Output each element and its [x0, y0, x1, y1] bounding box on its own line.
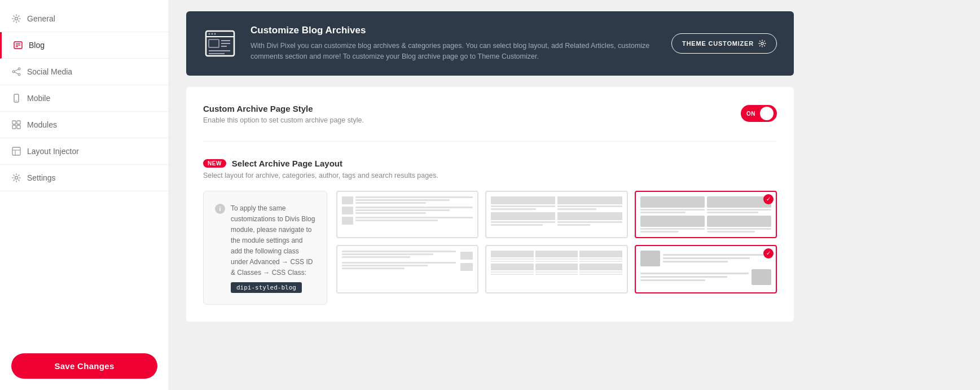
sidebar-item-layout-injector[interactable]: Layout Injector — [0, 138, 169, 165]
layout3-preview — [640, 196, 771, 233]
sidebar-item-blog[interactable]: Blog — [0, 32, 169, 59]
layout6-preview — [640, 251, 771, 288]
svg-rect-16 — [12, 147, 20, 155]
custom-archive-section: Custom Archive Page Style Enable this op… — [203, 104, 777, 142]
gear-icon-small — [758, 40, 766, 47]
info-box: i To apply the same customizations to Di… — [203, 191, 327, 305]
layout-option-6[interactable]: ✓ — [635, 245, 777, 293]
sidebar-item-social-media[interactable]: Social Media — [0, 59, 169, 85]
layout1-preview — [342, 196, 473, 227]
theme-customizer-button[interactable]: THEME CUSTOMIZER — [671, 33, 777, 54]
svg-point-7 — [18, 73, 20, 76]
sidebar-item-modules[interactable]: Modules — [0, 112, 169, 138]
sidebar: General Blog Social Media — [0, 0, 169, 390]
layout-section-header: NEW Select Archive Page Layout — [203, 159, 777, 168]
svg-point-6 — [12, 71, 15, 73]
svg-rect-13 — [17, 121, 20, 124]
layout-option-1[interactable]: ✓ — [336, 191, 478, 238]
sidebar-item-general-label: General — [27, 14, 55, 23]
layout-option-3[interactable]: ✓ — [635, 191, 777, 238]
sidebar-item-layout-injector-label: Layout Injector — [27, 147, 79, 156]
sidebar-item-settings-label: Settings — [27, 173, 56, 182]
layout-selector-section: NEW Select Archive Page Layout Select la… — [203, 159, 777, 305]
sidebar-item-settings[interactable]: Settings — [0, 165, 169, 191]
custom-archive-description: Enable this option to set custom archive… — [203, 116, 364, 124]
info-icon: i — [215, 204, 225, 214]
sidebar-item-social-media-label: Social Media — [27, 67, 72, 76]
sidebar-item-general[interactable]: General — [0, 6, 169, 32]
save-button-wrapper: Save Changes — [0, 342, 169, 390]
settings-icon — [11, 173, 21, 183]
layout-option-4[interactable]: ✓ — [336, 245, 478, 293]
save-changes-button[interactable]: Save Changes — [11, 353, 157, 379]
layout5-preview — [491, 251, 622, 275]
svg-point-29 — [212, 33, 213, 34]
custom-archive-toggle[interactable]: ON — [741, 105, 777, 122]
layout-icon — [11, 146, 21, 156]
check-mark-6: ✓ — [763, 248, 774, 258]
svg-point-28 — [209, 33, 210, 34]
layout-section-title: Select Archive Page Layout — [232, 159, 342, 168]
gear-icon — [11, 14, 21, 24]
custom-archive-labels: Custom Archive Page Style Enable this op… — [203, 104, 364, 124]
info-text: To apply the same customizations to Divi… — [231, 204, 315, 277]
layout-thumbnails: ✓ ✓ — [336, 191, 777, 293]
svg-line-9 — [15, 72, 18, 74]
layouts-grid: i To apply the same customizations to Di… — [203, 191, 777, 305]
layout4-preview — [342, 251, 473, 273]
toggle-slider: ON — [741, 105, 777, 122]
banner-description: With Divi Pixel you can customize blog a… — [251, 41, 658, 62]
modules-icon — [11, 120, 21, 130]
theme-customizer-label: THEME CUSTOMIZER — [682, 40, 754, 47]
banner-icon — [203, 27, 237, 60]
info-box-content: i To apply the same customizations to Di… — [215, 203, 315, 293]
layout-section-description: Select layout for archive, categories, a… — [203, 172, 777, 179]
layout-option-2[interactable]: ✓ — [485, 191, 627, 238]
svg-rect-14 — [12, 125, 16, 129]
share-icon — [11, 67, 21, 77]
mobile-icon — [11, 93, 21, 103]
svg-rect-15 — [17, 125, 20, 129]
sidebar-item-mobile-label: Mobile — [27, 94, 50, 103]
sidebar-item-blog-label: Blog — [29, 41, 45, 50]
check-mark-3: ✓ — [763, 194, 774, 204]
blog-icon — [13, 40, 23, 50]
sidebar-item-modules-label: Modules — [27, 120, 57, 129]
svg-rect-12 — [12, 121, 16, 124]
banner-title: Customize Blog Archives — [251, 25, 658, 36]
customize-blog-banner: Customize Blog Archives With Divi Pixel … — [186, 11, 794, 76]
toggle-on-label: ON — [746, 110, 755, 116]
new-badge: NEW — [203, 159, 226, 168]
svg-point-0 — [15, 17, 18, 20]
svg-line-8 — [15, 69, 18, 71]
settings-card: Custom Archive Page Style Enable this op… — [186, 87, 794, 322]
banner-text: Customize Blog Archives With Divi Pixel … — [251, 25, 658, 62]
layout2-preview — [491, 196, 622, 226]
svg-point-31 — [761, 42, 763, 45]
svg-point-5 — [18, 68, 20, 70]
custom-archive-title: Custom Archive Page Style — [203, 104, 364, 113]
css-class-badge: dipi-styled-blog — [231, 282, 302, 293]
svg-point-11 — [16, 100, 17, 102]
layout-option-5[interactable]: ✓ — [485, 245, 627, 293]
sidebar-item-mobile[interactable]: Mobile — [0, 85, 169, 112]
svg-point-19 — [15, 177, 18, 179]
svg-rect-22 — [209, 40, 219, 47]
main-content: Customize Blog Archives With Divi Pixel … — [169, 0, 811, 390]
svg-point-30 — [214, 33, 216, 34]
right-spacer — [811, 0, 980, 390]
